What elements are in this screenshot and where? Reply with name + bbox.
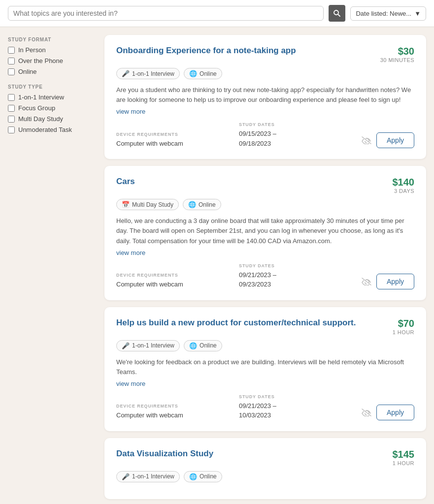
filter-unmoderated-checkbox[interactable] [8,126,15,133]
card-4-price: $145 [393,449,415,460]
calendar-icon: 📅 [122,201,130,208]
card-3-actions: Apply [362,405,414,420]
card-3-dates-value: 09/21/2023 – 10/03/2023 [239,401,346,420]
filter-1on1-label: 1-on-1 Interview [18,94,64,101]
card-3-apply-button[interactable]: Apply [376,405,414,420]
card-1-device-label: Device Requirements [116,132,223,137]
card-1-footer: Device Requirements Computer with webcam… [116,122,414,148]
card-3-hide-button[interactable] [362,409,371,416]
card-3-device-req: Device Requirements Computer with webcam [116,404,223,420]
card-1-dates-label: Study Dates [239,122,346,127]
card-2-tag-multiday: 📅 Multi Day Study [116,199,179,210]
card-3-price-block: $70 1 Hour [393,318,414,335]
card-1-tag-interview: 🎤 1-on-1 Interview [116,68,180,79]
card-4-duration: 1 Hour [393,460,415,466]
sidebar: Study Format In Person Over the Phone On… [8,35,97,499]
filter-1on1-checkbox[interactable] [8,94,15,101]
filter-unmoderated-label: Unmoderated Task [18,126,72,133]
card-2-device-label: Device Requirements [116,273,223,278]
card-3-tag-online: 🌐 Online [184,340,222,351]
filter-online-label: Online [18,68,37,75]
card-4-tag-interview-label: 1-on-1 Interview [132,473,174,480]
card-2-device-req: Device Requirements Computer with webcam [116,273,223,289]
study-card-1: Onboarding Experience for a note-taking … [104,35,426,159]
card-2-apply-button[interactable]: Apply [376,274,414,289]
card-2-duration: 3 Days [393,188,415,194]
card-2-dates-label: Study Dates [239,263,346,268]
eye-off-icon [362,278,371,285]
card-2-dates-value: 09/21/2023 – 09/23/2023 [239,270,346,289]
card-4-header: Data Visualization Study $145 1 Hour [116,449,414,466]
filter-over-phone-label: Over the Phone [18,57,63,64]
card-3-tags: 🎤 1-on-1 Interview 🌐 Online [116,340,414,351]
microphone-icon: 🎤 [122,473,130,480]
filter-in-person-checkbox[interactable] [8,47,15,54]
card-3-view-more[interactable]: view more [116,380,145,387]
globe-icon: 🌐 [189,473,197,480]
filter-focus-group[interactable]: Focus Group [8,104,97,112]
card-1-device-value: Computer with webcam [116,139,223,149]
globe-icon: 🌐 [189,342,197,349]
card-2-price: $140 [393,177,415,188]
format-filter-section: Study Format In Person Over the Phone On… [8,37,97,75]
filter-multi-day[interactable]: Multi Day Study [8,115,97,123]
search-bar: Date listed: Newe... ▼ [0,0,434,27]
card-2-tags: 📅 Multi Day Study 🌐 Online [116,199,414,210]
filter-over-phone-checkbox[interactable] [8,58,15,64]
filter-unmoderated[interactable]: Unmoderated Task [8,126,97,133]
card-2-description: Hello, we are conducting a 3 day online … [116,216,414,246]
card-4-title[interactable]: Data Visualization Study [116,449,213,459]
card-4-price-block: $145 1 Hour [393,449,415,466]
card-2-view-more[interactable]: view more [116,249,145,256]
filter-focus-group-checkbox[interactable] [8,105,15,112]
eye-off-icon [362,136,371,144]
card-3-dates-label: Study Dates [239,394,346,399]
card-2-actions: Apply [362,274,414,289]
sort-dropdown[interactable]: Date listed: Newe... ▼ [350,6,426,21]
study-card-2: Cars $140 3 Days 📅 Multi Day Study 🌐 Onl… [104,166,426,300]
card-1-view-more[interactable]: view more [116,108,145,115]
filter-multi-day-checkbox[interactable] [8,116,15,123]
chevron-down-icon: ▼ [414,10,421,17]
card-1-tags: 🎤 1-on-1 Interview 🌐 Online [116,68,414,79]
card-1-device-req: Device Requirements Computer with webcam [116,132,223,149]
card-2-tag-online: 🌐 Online [183,199,221,210]
card-1-actions: Apply [362,132,414,148]
card-1-hide-button[interactable] [362,136,371,144]
card-1-apply-button[interactable]: Apply [376,132,414,148]
filter-in-person[interactable]: In Person [8,46,97,54]
study-card-3: Help us build a new product for customer… [104,307,426,431]
card-1-tag-online: 🌐 Online [184,68,222,79]
globe-icon: 🌐 [189,70,197,77]
card-3-header: Help us build a new product for customer… [116,318,414,335]
card-2-hide-button[interactable] [362,278,371,285]
card-1-description: Are you a student who are thinking to tr… [116,85,414,105]
filter-focus-group-label: Focus Group [18,104,55,112]
filter-online[interactable]: Online [8,68,97,75]
card-3-tag-interview-label: 1-on-1 Interview [132,342,174,349]
card-2-dates: Study Dates 09/21/2023 – 09/23/2023 [239,263,346,289]
svg-line-1 [338,14,340,16]
card-1-price: $30 [380,46,414,57]
cards-container: Onboarding Experience for a note-taking … [104,35,426,499]
card-3-duration: 1 Hour [393,329,414,335]
card-3-device-label: Device Requirements [116,404,223,409]
card-4-tag-online-label: Online [200,473,217,480]
card-4-tags: 🎤 1-on-1 Interview 🌐 Online [116,471,414,482]
card-1-title[interactable]: Onboarding Experience for a note-taking … [116,46,296,56]
card-1-tag-online-label: Online [200,70,217,77]
filter-online-checkbox[interactable] [8,68,15,75]
card-2-tag-online-label: Online [199,201,216,208]
card-2-title[interactable]: Cars [116,177,135,187]
card-3-tag-online-label: Online [200,342,217,349]
sort-label: Date listed: Newe... [356,10,411,17]
card-2-header: Cars $140 3 Days [116,177,414,194]
card-3-title[interactable]: Help us build a new product for customer… [116,318,356,328]
search-input[interactable] [13,9,318,17]
filter-over-phone[interactable]: Over the Phone [8,57,97,64]
globe-icon: 🌐 [188,201,196,208]
filter-1on1[interactable]: 1-on-1 Interview [8,94,97,101]
search-icon [333,9,341,17]
search-button[interactable] [329,5,345,22]
card-1-dates: Study Dates 09/15/2023 – 09/18/2023 [239,122,346,148]
